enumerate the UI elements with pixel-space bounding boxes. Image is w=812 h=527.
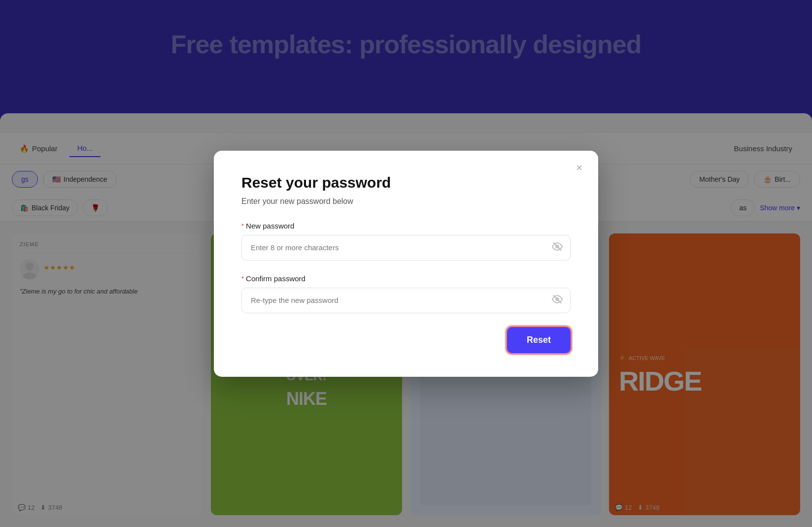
confirm-password-input[interactable] [241, 288, 571, 313]
modal-title: Reset your password [241, 174, 571, 191]
new-password-field: * New password [241, 222, 571, 261]
confirm-password-label: Confirm password [246, 274, 305, 283]
new-password-input[interactable] [241, 235, 571, 261]
required-star-new: * [241, 222, 244, 230]
toggle-confirm-password-icon[interactable] [552, 294, 563, 307]
reset-password-modal: × Reset your password Enter your new pas… [214, 151, 598, 377]
required-star-confirm: * [241, 275, 244, 282]
reset-button[interactable]: Reset [507, 327, 571, 353]
modal-subtitle: Enter your new password below [241, 197, 571, 206]
new-password-label: New password [246, 222, 294, 230]
close-button[interactable]: × [572, 161, 586, 175]
toggle-new-password-icon[interactable] [552, 241, 563, 254]
confirm-password-field: * Confirm password [241, 274, 571, 313]
modal-overlay: × Reset your password Enter your new pas… [0, 0, 812, 527]
